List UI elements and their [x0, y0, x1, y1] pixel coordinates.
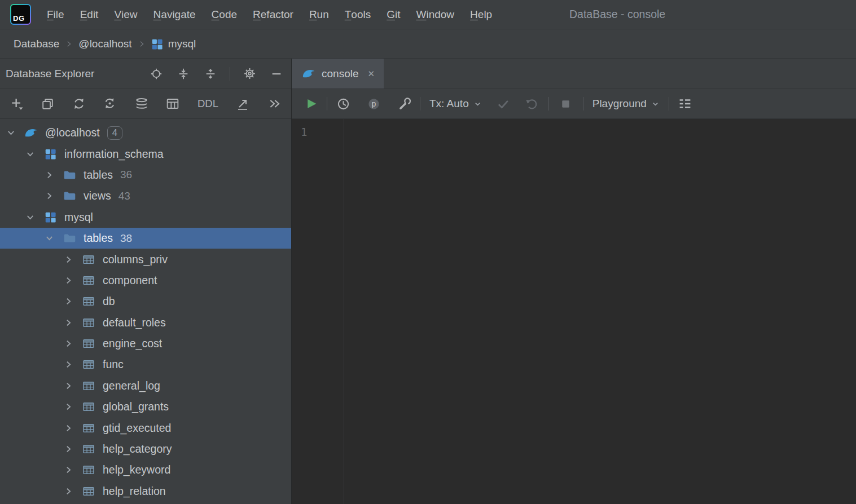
tree-row-db[interactable]: db	[0, 291, 291, 312]
menu-navigate[interactable]: Navigate	[146, 0, 204, 29]
tree-row-default_roles[interactable]: default_roles	[0, 312, 291, 333]
breadcrumb-item-mysql[interactable]: mysql	[151, 38, 196, 50]
settings-gear-icon[interactable]	[242, 66, 257, 82]
menu-code[interactable]: Code	[204, 0, 245, 29]
editor[interactable]: 1	[292, 119, 856, 504]
chevron-down-icon[interactable]	[6, 128, 16, 138]
more-actions-icon[interactable]	[267, 97, 281, 110]
schema-icon	[43, 148, 57, 160]
tx-mode-dropdown[interactable]: Tx: Auto	[429, 98, 482, 110]
commit-icon[interactable]	[495, 96, 511, 112]
settings-wrench-icon[interactable]	[396, 96, 412, 112]
menu-help[interactable]: Help	[462, 0, 500, 29]
menu-tools[interactable]: Tools	[337, 0, 379, 29]
tree-label: information_schema	[64, 148, 164, 161]
execute-icon[interactable]	[303, 96, 319, 112]
database-tree: @localhost4information_schematables36vie…	[0, 119, 291, 504]
collapse-all-icon[interactable]	[175, 66, 191, 82]
ddl-button[interactable]: DDL	[197, 98, 218, 110]
chevron-right-icon[interactable]	[63, 423, 73, 433]
table-view-icon[interactable]	[166, 97, 179, 110]
chevron-right-icon[interactable]	[63, 254, 73, 264]
breadcrumb-separator-icon	[65, 40, 73, 48]
tree-row-component[interactable]: component	[0, 270, 291, 291]
tree-row-information_schema[interactable]: information_schema	[0, 143, 291, 164]
query-history-icon[interactable]	[335, 96, 351, 112]
tree-row-engine_cost[interactable]: engine_cost	[0, 333, 291, 354]
chevron-right-icon[interactable]	[63, 339, 73, 349]
chevron-right-icon[interactable]	[63, 275, 73, 285]
item-count: 38	[120, 232, 132, 245]
chevron-right-icon[interactable]	[63, 465, 73, 475]
tree-row-func[interactable]: func	[0, 354, 291, 375]
tab-console[interactable]: console ✕	[292, 59, 384, 89]
close-tab-icon[interactable]: ✕	[368, 69, 375, 79]
tree-row-general_log[interactable]: general_log	[0, 375, 291, 396]
hide-panel-icon[interactable]	[269, 66, 284, 82]
chevron-right-icon[interactable]	[63, 486, 73, 496]
tree-row-help_relation[interactable]: help_relation	[0, 481, 291, 502]
toolbar-divider	[327, 97, 327, 110]
editor-content[interactable]	[344, 119, 856, 504]
breadcrumb-item-localhost[interactable]: @localhost	[78, 38, 131, 50]
tree-label: engine_cost	[103, 337, 162, 350]
table-icon	[82, 254, 95, 266]
breadcrumb-item-database[interactable]: Database	[14, 38, 59, 50]
data-sources-icon[interactable]	[135, 97, 148, 110]
chevron-right-icon[interactable]	[63, 402, 73, 412]
chevron-down-icon[interactable]	[25, 149, 35, 159]
jump-to-console-icon[interactable]	[236, 97, 249, 110]
tree-row-global_grants[interactable]: global_grants	[0, 396, 291, 417]
rollback-icon[interactable]	[524, 96, 539, 112]
parameters-icon[interactable]: p	[366, 96, 381, 112]
tree-row-gtid_executed[interactable]: gtid_executed	[0, 417, 291, 438]
tree-row-@localhost[interactable]: @localhost4	[0, 122, 291, 143]
refresh-icon[interactable]	[72, 97, 86, 110]
folder-icon	[63, 232, 76, 244]
table-icon	[82, 317, 95, 329]
chevron-right-icon[interactable]	[63, 444, 73, 454]
tree-row-help_keyword[interactable]: help_keyword	[0, 459, 291, 480]
chevron-right-icon[interactable]	[63, 381, 73, 391]
chevron-right-icon[interactable]	[63, 360, 73, 370]
output-view-icon[interactable]	[677, 96, 693, 112]
menu-refactor[interactable]: Refactor	[245, 0, 301, 29]
chevron-right-icon[interactable]	[44, 170, 54, 180]
editor-tabs: console ✕	[292, 59, 856, 89]
tree-row-columns_priv[interactable]: columns_priv	[0, 249, 291, 269]
chevron-down-icon[interactable]	[44, 233, 54, 244]
tree-row-tables[interactable]: tables36	[0, 165, 291, 185]
add-data-source-icon[interactable]	[10, 97, 24, 110]
editor-gutter[interactable]: 1	[292, 119, 344, 504]
tree-label: global_grants	[103, 400, 169, 413]
tree-row-views[interactable]: views43	[0, 185, 291, 206]
tree-row-mysql[interactable]: mysql	[0, 207, 291, 228]
tree-label: func	[103, 358, 124, 371]
locate-object-icon[interactable]	[148, 66, 164, 82]
table-icon	[82, 359, 95, 370]
chevron-right-icon[interactable]	[63, 297, 73, 307]
tree-row-help_category[interactable]: help_category	[0, 439, 291, 459]
breadcrumb: Database@localhostmysql	[0, 29, 856, 59]
stop-icon[interactable]	[558, 96, 574, 112]
duplicate-icon[interactable]	[41, 98, 54, 110]
menu-git[interactable]: Git	[379, 0, 408, 29]
tx-mode-label: Tx: Auto	[429, 98, 469, 110]
menu-edit[interactable]: Edit	[72, 0, 107, 29]
menu-file[interactable]: File	[39, 0, 72, 29]
chevron-right-icon[interactable]	[63, 317, 73, 328]
connection-count-badge: 4	[107, 126, 122, 140]
sync-ddl-icon[interactable]	[103, 97, 117, 110]
playground-dropdown[interactable]: Playground	[592, 98, 660, 110]
menu-run[interactable]: Run	[301, 0, 337, 29]
table-icon	[82, 295, 95, 307]
explorer-title: Database Explorer	[6, 68, 137, 80]
tree-label: db	[103, 295, 115, 308]
item-count: 43	[118, 190, 130, 202]
chevron-right-icon[interactable]	[44, 191, 54, 201]
menu-window[interactable]: Window	[409, 0, 463, 29]
tree-row-tables[interactable]: tables38	[0, 228, 291, 249]
expand-all-icon[interactable]	[203, 66, 218, 82]
chevron-down-icon[interactable]	[25, 212, 35, 222]
menu-view[interactable]: View	[106, 0, 145, 29]
